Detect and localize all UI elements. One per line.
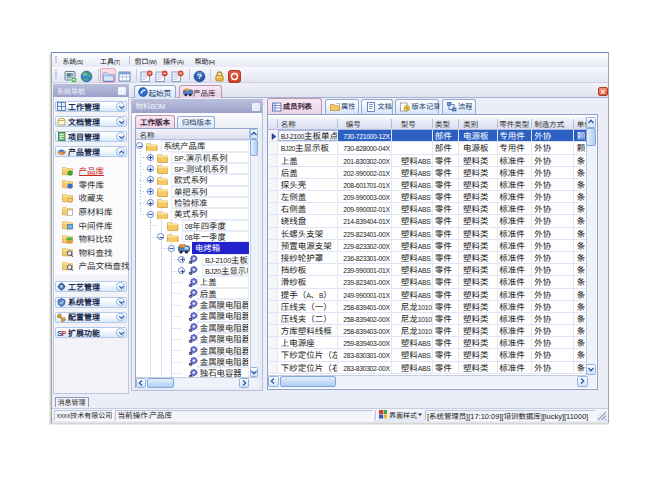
svg-text:P: P	[61, 329, 66, 338]
svg-text:?: ?	[197, 72, 202, 81]
